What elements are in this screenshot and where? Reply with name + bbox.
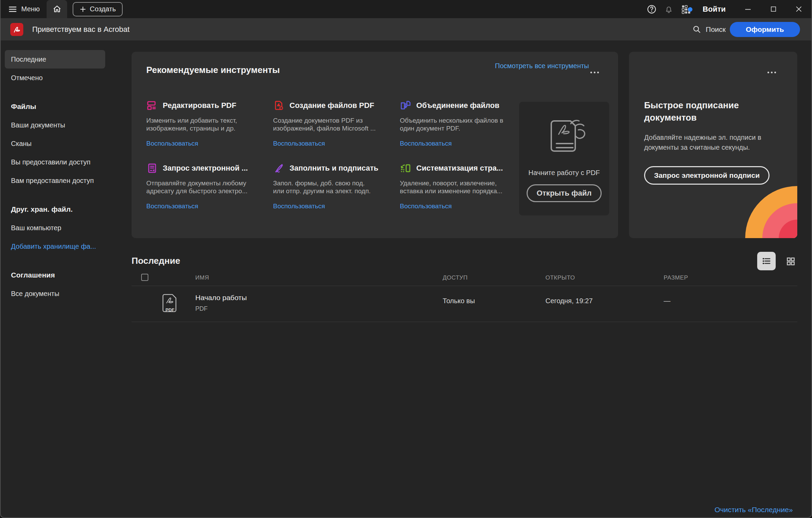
file-opened: Сегодня, 19:27 xyxy=(545,297,593,305)
quick-sign-panel: Быстрое подписание документов Добавляйте… xyxy=(629,52,797,238)
recent-section-title: Последние xyxy=(132,256,180,266)
tool-description: Удаление, поворот, извлечение, вставка и… xyxy=(400,179,523,195)
grid-view-button[interactable] xyxy=(784,255,797,268)
signin-button[interactable]: Войти xyxy=(703,5,726,14)
tool-use-link[interactable]: Воспользоваться xyxy=(273,140,400,147)
sidebar-item-your-computer[interactable]: Ваш компьютер xyxy=(5,219,105,237)
menu-button[interactable]: Меню xyxy=(8,5,40,14)
tools-title: Рекомендуемые инструменты xyxy=(146,65,280,75)
see-all-tools-link[interactable]: Посмотреть все инструменты xyxy=(495,62,589,70)
sign-panel-description: Добавляйте надежные эл. подписи в докуме… xyxy=(644,133,782,152)
clear-recent-link[interactable]: Очистить «Последние» xyxy=(714,506,793,514)
apps-grid-button[interactable] xyxy=(677,4,694,14)
start-with-pdf-card: Начните работу с PDF Открыть файл xyxy=(519,102,609,215)
acrobat-logo-icon xyxy=(10,23,23,36)
table-header-row: ИМЯ ДОСТУП ОТКРЫТО РАЗМЕР xyxy=(132,270,797,286)
tab-home[interactable] xyxy=(47,0,67,18)
sidebar-item-scans[interactable]: Сканы xyxy=(5,134,105,153)
start-caption: Начните работу с PDF xyxy=(528,169,600,177)
minimize-icon xyxy=(744,5,752,13)
title-bar: Меню Создать Войти xyxy=(1,0,811,18)
column-header-opened[interactable]: ОТКРЫТО xyxy=(545,274,575,281)
sidebar-item-all-documents[interactable]: Все документы xyxy=(5,284,105,303)
tool-card-fill-sign: Заполнить и подписать Запол. формы, доб.… xyxy=(273,162,400,210)
tools-grid: Редактировать PDF Изменить или добавить … xyxy=(146,100,527,210)
tool-card-edit-pdf: Редактировать PDF Изменить или добавить … xyxy=(146,100,273,147)
tool-card-organize-pages: Систематизация стра... Удаление, поворот… xyxy=(400,162,527,210)
sidebar-section-other-storage: Друг. хран. файл. xyxy=(5,200,105,219)
home-icon xyxy=(52,4,62,14)
hamburger-icon xyxy=(8,5,17,14)
page-title: Приветствуем вас в Acrobat xyxy=(32,25,130,34)
create-button[interactable]: Создать xyxy=(73,2,123,16)
column-header-name[interactable]: ИМЯ xyxy=(195,274,209,281)
tool-title: Систематизация стра... xyxy=(416,164,503,173)
file-size: — xyxy=(664,297,670,305)
sign-panel-title: Быстрое подписание документов xyxy=(644,99,782,124)
maximize-icon xyxy=(770,5,777,13)
sidebar-item-add-storage[interactable]: Добавить хранилище фа... xyxy=(5,237,105,256)
maximize-button[interactable] xyxy=(761,0,786,18)
request-signature-button[interactable]: Запрос электронной подписи xyxy=(644,166,770,185)
tool-card-combine-files: Объединение файлов Объединить нескольких… xyxy=(400,100,527,147)
list-view-button[interactable] xyxy=(757,252,776,270)
column-header-access[interactable]: ДОСТУП xyxy=(443,274,468,281)
edit-pdf-icon xyxy=(146,100,158,111)
tool-title: Заполнить и подписать xyxy=(290,164,378,173)
tool-title: Редактировать PDF xyxy=(163,101,236,110)
sidebar: Последние Отмечено Файлы Ваши документы … xyxy=(1,40,109,517)
file-name[interactable]: Начало работы xyxy=(195,294,247,302)
tool-title: Создание файлов PDF xyxy=(290,101,374,110)
search-label: Поиск xyxy=(706,25,726,34)
more-options-icon[interactable] xyxy=(767,72,776,73)
notification-dot xyxy=(688,7,692,12)
sidebar-section-files: Файлы xyxy=(5,97,105,116)
notifications-button[interactable] xyxy=(660,4,677,14)
tool-card-create-pdf: Создание файлов PDF Создание документов … xyxy=(273,100,400,147)
combine-files-icon xyxy=(400,100,411,111)
tool-use-link[interactable]: Воспользоваться xyxy=(146,140,273,147)
column-header-size[interactable]: РАЗМЕР xyxy=(664,274,688,281)
tool-use-link[interactable]: Воспользоваться xyxy=(146,202,273,210)
tool-description: Отправляйте документы любому адресату дл… xyxy=(146,179,270,195)
tool-use-link[interactable]: Воспользоваться xyxy=(400,140,527,147)
more-options-icon[interactable] xyxy=(590,72,599,73)
app-header: Приветствуем вас в Acrobat Поиск Оформит… xyxy=(1,18,811,40)
tool-title: Объединение файлов xyxy=(416,101,500,110)
sidebar-item-recent[interactable]: Последние xyxy=(5,50,105,69)
search-button[interactable]: Поиск xyxy=(692,25,726,34)
svg-text:PDF: PDF xyxy=(165,307,174,312)
table-row[interactable]: PDF Начало работы PDF Только вы Сегодня,… xyxy=(132,286,797,322)
create-pdf-icon xyxy=(273,100,285,111)
tool-description: Изменить или добавить текст, изображения… xyxy=(146,116,270,132)
sidebar-item-your-documents[interactable]: Ваши документы xyxy=(5,116,105,134)
upgrade-button[interactable]: Оформить xyxy=(730,22,800,37)
menu-label: Меню xyxy=(21,5,40,13)
sidebar-item-shared-by-you[interactable]: Вы предоставили доступ xyxy=(5,153,105,171)
recent-files-table: ИМЯ ДОСТУП ОТКРЫТО РАЗМЕР PDF Начало раб… xyxy=(132,270,797,322)
minimize-button[interactable] xyxy=(735,0,761,18)
list-view-icon xyxy=(761,256,772,266)
grid-view-icon xyxy=(786,256,796,267)
pdf-file-icon: PDF xyxy=(161,293,179,315)
help-button[interactable] xyxy=(643,4,660,14)
upgrade-label: Оформить xyxy=(746,25,784,34)
organize-pages-icon xyxy=(400,162,411,174)
plus-icon xyxy=(79,6,86,13)
help-icon xyxy=(647,4,657,14)
sidebar-item-starred[interactable]: Отмечено xyxy=(5,69,105,87)
open-file-button[interactable]: Открыть файл xyxy=(527,184,602,202)
tool-description: Запол. формы, доб. свою под. или отпр. д… xyxy=(273,179,396,195)
tool-card-request-signature: Запрос электронной ... Отправляйте докум… xyxy=(146,162,273,210)
search-icon xyxy=(692,25,701,34)
file-type: PDF xyxy=(195,305,208,312)
tool-use-link[interactable]: Воспользоваться xyxy=(273,202,400,210)
sidebar-section-agreements: Соглашения xyxy=(5,266,105,284)
close-button[interactable] xyxy=(786,0,811,18)
tool-use-link[interactable]: Воспользоваться xyxy=(400,202,527,210)
file-access: Только вы xyxy=(443,297,475,305)
sidebar-item-shared-with-you[interactable]: Вам предоставлен доступ xyxy=(5,171,105,190)
select-all-checkbox[interactable] xyxy=(141,274,148,281)
tool-description: Создание документов PDF из изображений, … xyxy=(273,116,396,132)
close-icon xyxy=(795,5,803,13)
